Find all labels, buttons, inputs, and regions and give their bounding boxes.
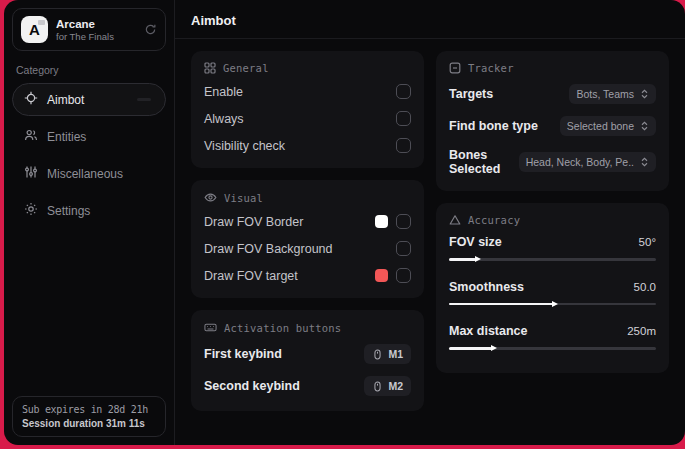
reload-icon[interactable] <box>144 23 157 36</box>
slider-fill <box>449 258 476 261</box>
slider-fill <box>449 303 553 306</box>
dropdown-value: Bots, Teams <box>576 88 634 100</box>
right-column: Tracker Targets Bots, Teams Find bone ty… <box>436 51 669 373</box>
sidebar-item-label: Entities <box>47 130 86 144</box>
app-name: Arcane <box>56 18 136 30</box>
setting-row-enable: Enable <box>204 78 411 105</box>
fov-border-color-swatch[interactable] <box>375 215 388 228</box>
setting-row-visibility-check: Visibility check <box>204 132 411 159</box>
max-distance-group: Max distance 250m <box>449 319 656 364</box>
max-distance-value: 250m <box>627 325 656 337</box>
setting-row-second-keybind: Second keybind M2 <box>204 370 411 402</box>
activation-card-header: Activation buttons <box>204 321 411 334</box>
accuracy-card: Accuracy FOV size 50° Smoothness <box>436 203 669 373</box>
entities-icon <box>24 128 38 145</box>
slider-header: FOV size 50° <box>449 235 656 249</box>
visual-card-header: Visual <box>204 191 411 204</box>
tracker-card: Tracker Targets Bots, Teams Find bone ty… <box>436 51 669 191</box>
general-card: General Enable Always Visibility check <box>191 51 424 168</box>
control-group <box>375 214 411 229</box>
enable-checkbox[interactable] <box>396 84 411 99</box>
sliders-icon <box>24 165 38 182</box>
subscription-card: Sub expires in 28d 21h Session duration … <box>12 396 166 437</box>
card-title: General <box>223 62 269 74</box>
chevron-up-down-icon <box>640 89 649 99</box>
fov-background-checkbox[interactable] <box>396 241 411 256</box>
second-keybind-button[interactable]: M2 <box>364 376 411 396</box>
fov-size-slider[interactable] <box>449 258 656 261</box>
fov-target-color-swatch[interactable] <box>375 269 388 282</box>
grid-icon <box>204 62 216 74</box>
category-label: Category <box>16 64 162 76</box>
app-logo: A <box>21 16 48 43</box>
chevron-up-down-icon <box>640 157 649 167</box>
setting-label: Enable <box>204 85 243 99</box>
session-duration-text: Session duration 31m 11s <box>22 418 156 429</box>
first-keybind-button[interactable]: M1 <box>364 344 411 364</box>
main-content: Aimbot General Enable Always <box>175 0 685 445</box>
setting-label: Draw FOV Border <box>204 215 303 229</box>
aimbot-keybind-hint <box>137 98 151 101</box>
setting-row-find-bone-type: Find bone type Selected bone <box>449 110 656 142</box>
app-subtitle: for The Finals <box>56 31 136 42</box>
dropdown-value: Head, Neck, Body, Pe.. <box>526 156 634 168</box>
fov-target-checkbox[interactable] <box>396 268 411 283</box>
card-title: Tracker <box>468 62 514 74</box>
smoothness-slider[interactable] <box>449 303 656 306</box>
slider-thumb[interactable] <box>552 301 558 307</box>
slider-thumb[interactable] <box>491 345 497 351</box>
sidebar-item-miscellaneous[interactable]: Miscellaneous <box>12 157 166 190</box>
sidebar-item-aimbot[interactable]: Aimbot <box>12 83 166 116</box>
setting-row-bones-selected: Bones Selected Head, Neck, Body, Pe.. <box>449 142 656 182</box>
find-bone-type-dropdown[interactable]: Selected bone <box>560 116 656 136</box>
gear-icon <box>24 202 38 219</box>
setting-label: Draw FOV target <box>204 269 298 283</box>
visibility-check-checkbox[interactable] <box>396 138 411 153</box>
control-group <box>375 268 411 283</box>
sidebar-item-settings[interactable]: Settings <box>12 194 166 227</box>
setting-label: Bones Selected <box>449 148 519 176</box>
desktop-background: A Arcane for The Finals Category Aimbot <box>0 0 685 449</box>
setting-row-fov-background: Draw FOV Background <box>204 235 411 262</box>
setting-row-targets: Targets Bots, Teams <box>449 78 656 110</box>
card-title: Accuracy <box>468 214 520 226</box>
setting-row-fov-target: Draw FOV target <box>204 262 411 289</box>
bones-selected-dropdown[interactable]: Head, Neck, Body, Pe.. <box>519 152 656 172</box>
smoothness-value: 50.0 <box>634 281 656 293</box>
page-title: Aimbot <box>191 13 669 28</box>
mouse-icon <box>372 349 383 360</box>
setting-label: Targets <box>449 87 493 101</box>
visual-card: Visual Draw FOV Border Draw FOV Backgrou… <box>191 180 424 298</box>
slider-header: Max distance 250m <box>449 324 656 338</box>
sidebar-nav: Aimbot Entities Miscellaneous Settings <box>12 83 166 227</box>
accuracy-card-header: Accuracy <box>449 214 656 226</box>
sidebar: A Arcane for The Finals Category Aimbot <box>4 0 175 445</box>
slider-label: Smoothness <box>449 280 524 294</box>
setting-row-always: Always <box>204 105 411 132</box>
keybind-value: M1 <box>388 348 403 360</box>
sidebar-item-entities[interactable]: Entities <box>12 120 166 153</box>
setting-label: Draw FOV Background <box>204 242 333 256</box>
setting-label: Find bone type <box>449 119 538 133</box>
setting-row-fov-border: Draw FOV Border <box>204 208 411 235</box>
slider-label: FOV size <box>449 235 502 249</box>
always-checkbox[interactable] <box>396 111 411 126</box>
dropdown-value: Selected bone <box>567 120 634 132</box>
brand-text: Arcane for The Finals <box>56 18 136 42</box>
fov-border-checkbox[interactable] <box>396 214 411 229</box>
app-window: A Arcane for The Finals Category Aimbot <box>4 0 685 445</box>
left-column: General Enable Always Visibility check <box>191 51 424 411</box>
scan-icon <box>449 62 461 74</box>
mouse-icon <box>372 381 383 392</box>
fov-size-group: FOV size 50° <box>449 230 656 275</box>
setting-label: Always <box>204 112 244 126</box>
logo-notch <box>38 20 45 25</box>
card-title: Activation buttons <box>224 322 341 334</box>
page-header: Aimbot <box>175 0 685 39</box>
max-distance-slider[interactable] <box>449 347 656 350</box>
setting-row-first-keybind: First keybind M1 <box>204 338 411 370</box>
slider-label: Max distance <box>449 324 528 338</box>
slider-thumb[interactable] <box>475 256 481 262</box>
targets-dropdown[interactable]: Bots, Teams <box>569 84 656 104</box>
keybind-value: M2 <box>388 380 403 392</box>
